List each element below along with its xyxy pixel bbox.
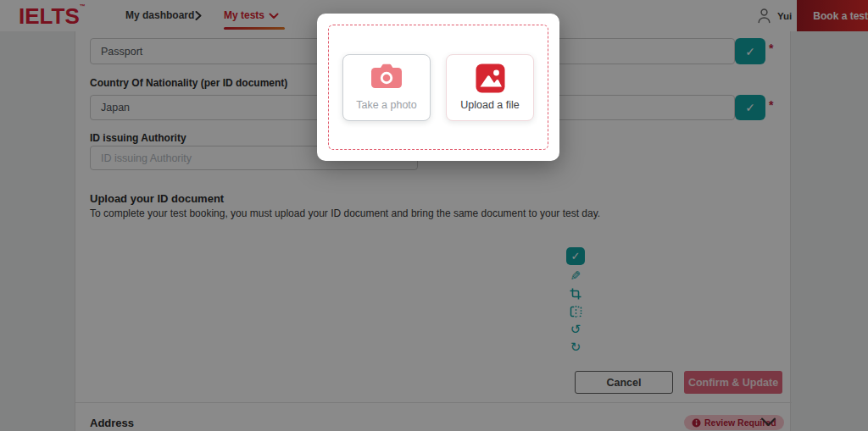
upload-choice-modal: Take a photo Upload a file [317,14,559,161]
upload-dropzone: Take a photo Upload a file [328,25,548,150]
page: IELTS™ My dashboard My tests Yui Book a … [0,0,868,431]
camera-icon [370,64,403,90]
image-upload-icon [476,64,505,93]
upload-file-label: Upload a file [460,99,520,111]
take-photo-button[interactable]: Take a photo [342,54,431,121]
take-photo-label: Take a photo [356,99,417,111]
upload-file-button[interactable]: Upload a file [446,54,534,121]
